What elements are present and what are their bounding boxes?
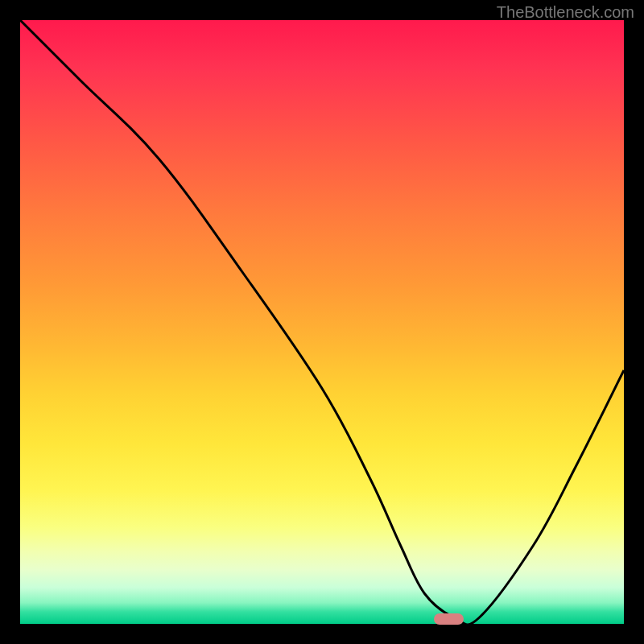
chart-plot-area: [20, 20, 624, 624]
chart-curve-svg: [20, 20, 624, 624]
optimal-marker: [434, 613, 464, 625]
chart-line: [20, 20, 624, 624]
watermark-text: TheBottleneck.com: [497, 3, 634, 22]
